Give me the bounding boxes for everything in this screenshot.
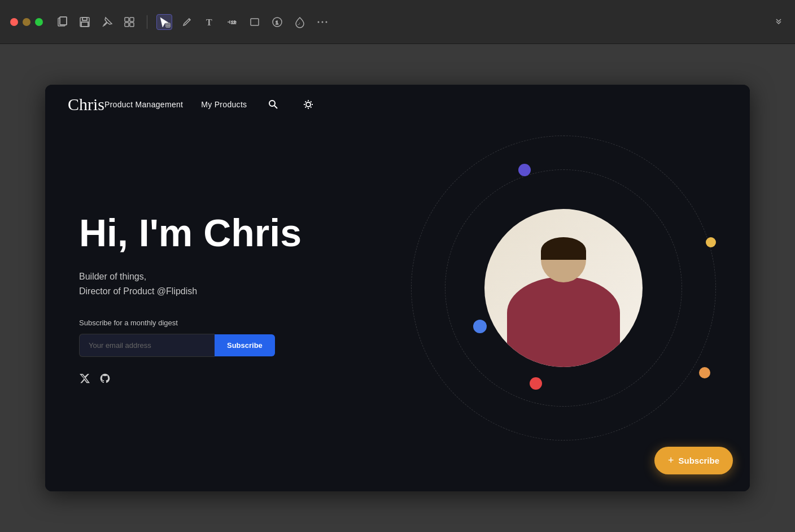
- measure-tool-icon[interactable]: 12: [224, 14, 240, 30]
- orbit-dot-red: [530, 377, 542, 390]
- orbit-dot-purple: [518, 164, 531, 176]
- svg-line-33: [305, 107, 307, 108]
- maximize-button[interactable]: [35, 18, 43, 26]
- svg-text:1: 1: [276, 20, 278, 25]
- search-icon[interactable]: [265, 96, 282, 113]
- expand-toolbar-icon[interactable]: [772, 15, 785, 29]
- design-frame: Chris Product Management My Products: [45, 85, 750, 491]
- hero-content-left: Hi, I'm Chris Builder of things, Directo…: [79, 189, 400, 387]
- pen-tool-icon[interactable]: [179, 14, 195, 30]
- hero-section: Hi, I'm Chris Builder of things, Directo…: [45, 85, 750, 491]
- orbit-dot-yellow: [706, 237, 716, 247]
- drop-tool-icon[interactable]: [292, 14, 308, 30]
- svg-line-31: [305, 102, 307, 103]
- site-nav: Chris Product Management My Products: [45, 85, 750, 124]
- site-logo[interactable]: Chris: [68, 95, 104, 114]
- pin-icon[interactable]: [99, 14, 115, 30]
- svg-rect-1: [60, 17, 67, 25]
- svg-rect-18: [251, 19, 259, 25]
- hero-subtitle: Builder of things, Director of Product @…: [79, 269, 400, 298]
- hero-illustration: [400, 124, 727, 452]
- plus-icon: +: [668, 455, 674, 466]
- orbit-dot-blue: [473, 320, 487, 333]
- separator-1: [147, 15, 147, 29]
- social-links: [79, 373, 400, 387]
- svg-point-26: [306, 102, 311, 107]
- circle-number-icon[interactable]: 1: [269, 14, 285, 30]
- svg-text:12: 12: [231, 20, 236, 25]
- svg-line-34: [311, 102, 312, 103]
- nav-my-products[interactable]: My Products: [201, 100, 247, 109]
- save-icon[interactable]: [77, 14, 93, 30]
- svg-point-23: [326, 21, 327, 23]
- subtitle-line2: Director of Product @Flipdish: [79, 284, 400, 299]
- copy-pages-icon[interactable]: [54, 14, 70, 30]
- theme-toggle-icon[interactable]: [300, 96, 317, 113]
- person-hair: [541, 237, 586, 260]
- twitter-icon[interactable]: [79, 373, 90, 387]
- svg-rect-11: [130, 18, 134, 21]
- toolbar: T 12 1: [0, 0, 795, 44]
- profile-image: [484, 209, 643, 367]
- grid-pages-icon[interactable]: [122, 14, 138, 30]
- svg-point-21: [318, 21, 320, 23]
- nav-product-management[interactable]: Product Management: [104, 100, 183, 109]
- traffic-lights: [10, 18, 43, 26]
- select-tool-icon[interactable]: [156, 14, 172, 30]
- svg-line-32: [311, 107, 312, 108]
- nav-links: Product Management My Products: [104, 96, 317, 113]
- person-silhouette: [507, 237, 620, 367]
- floating-subscribe-label: Subscribe: [678, 456, 719, 465]
- rect-tool-icon[interactable]: [247, 14, 263, 30]
- svg-point-24: [269, 101, 275, 106]
- github-icon[interactable]: [99, 373, 111, 387]
- svg-rect-9: [125, 18, 129, 21]
- subscribe-button[interactable]: Subscribe: [215, 334, 275, 356]
- email-input[interactable]: [79, 334, 215, 357]
- floating-subscribe-button[interactable]: + Subscribe: [654, 447, 733, 474]
- person-body: [507, 277, 620, 367]
- subscribe-label: Subscribe for a monthly digest: [79, 319, 400, 327]
- text-tool-icon[interactable]: T: [202, 14, 217, 30]
- person-head: [541, 237, 586, 282]
- svg-point-22: [322, 21, 324, 23]
- main-area: Chris Product Management My Products: [0, 44, 795, 532]
- more-options-icon[interactable]: [314, 14, 330, 30]
- svg-text:T: T: [206, 18, 212, 27]
- minimize-button[interactable]: [23, 18, 30, 26]
- svg-line-25: [274, 106, 277, 108]
- close-button[interactable]: [10, 18, 18, 26]
- hero-title: Hi, I'm Chris: [79, 212, 400, 254]
- svg-rect-12: [130, 23, 134, 27]
- svg-rect-10: [125, 23, 129, 27]
- svg-rect-6: [81, 22, 88, 27]
- orbit-dot-orange: [699, 367, 710, 378]
- subscribe-form: Subscribe: [79, 334, 400, 357]
- subtitle-line1: Builder of things,: [79, 269, 400, 284]
